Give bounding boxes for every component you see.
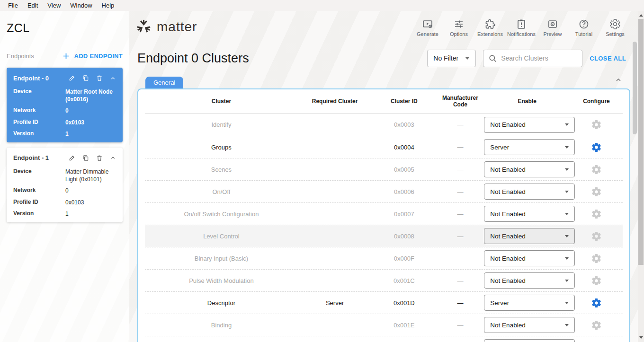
extensions-icon [484,18,496,30]
cluster-table-row: Binary Input (Basic) 0x000F — Not Enable… [145,247,623,269]
page-title: Endpoint 0 Clusters [137,51,249,66]
generate-button[interactable]: Generate [412,17,443,37]
gear-icon [591,275,602,286]
matter-brand: matter [135,18,197,35]
settings-button[interactable]: Settings [599,17,631,37]
delete-icon[interactable] [96,155,103,161]
filter-dropdown[interactable]: No Filter [427,50,476,67]
collapse-card-icon[interactable] [110,75,116,81]
chevron-down-icon [565,191,569,193]
notifications-button[interactable]: Notifications [506,17,537,37]
cluster-table-row: Scenes 0x0005 — Not Enabled [145,158,623,180]
content-scrollbar-thumb[interactable] [633,42,637,134]
enable-select[interactable]: Not Enabled [484,184,575,200]
window-scrollbar-thumb[interactable] [638,19,644,265]
chevron-down-icon [565,302,569,304]
scroll-up-arrow-icon[interactable] [639,14,643,17]
configure-button[interactable] [570,186,623,197]
notifications-icon [516,18,527,30]
edit-icon[interactable] [69,75,75,81]
gear-icon [591,298,602,308]
configure-button[interactable] [570,298,623,308]
configure-button[interactable] [570,119,623,130]
close-all-button[interactable]: CLOSE ALL [590,55,626,62]
endpoint-card-0[interactable]: Endpoint - 0 DeviceMatter Root Node (0x0… [7,68,123,142]
cluster-name: Groups [145,144,298,151]
column-header-cluster-id: Cluster ID [372,98,436,105]
gear-icon [591,164,602,175]
enable-select-value: Not Enabled [490,166,525,173]
plus-icon [62,52,70,60]
field-value: 0 [65,187,116,194]
enable-select[interactable]: Not Enabled [484,228,575,244]
enable-select[interactable]: Not Enabled [484,317,575,333]
configure-button[interactable] [570,209,623,219]
edit-icon[interactable] [69,155,75,161]
cluster-table-row: Level Control 0x0008 — Not Enabled [145,225,623,247]
endpoint-card-1[interactable]: Endpoint - 1 DeviceMatter Dimmable Light… [7,148,123,222]
cluster-id: 0x001E [372,322,436,329]
configure-button[interactable] [570,253,623,264]
configure-button[interactable] [570,320,623,331]
configure-button[interactable] [570,231,623,242]
field-label: Network [13,187,65,194]
enable-select[interactable]: Not Enabled [484,117,575,133]
menu-file[interactable]: File [4,1,22,10]
column-header-configure: Configure [570,98,623,105]
collapse-panel-icon[interactable] [615,76,622,84]
copy-icon[interactable] [82,155,89,161]
tutorial-button[interactable]: Tutorial [568,17,599,37]
toolbar-actions: Generate Options Extensions Notification… [412,17,631,37]
endpoints-label: Endpoints [7,53,34,60]
enable-select-value: Not Enabled [490,233,525,240]
cluster-name: Level Control [145,233,298,240]
menu-view[interactable]: View [43,1,65,10]
enable-select[interactable]: Not Enabled [484,250,575,266]
field-value: 1 [65,130,116,138]
configure-button[interactable] [570,142,623,153]
delete-icon[interactable] [96,75,103,81]
field-label: Device [13,168,65,183]
menu-help[interactable]: Help [98,1,119,10]
configure-button[interactable] [570,164,623,175]
field-value: 0x0103 [65,199,116,206]
enable-select[interactable]: Not Enabled [484,272,575,289]
gear-icon [591,186,602,197]
window-scrollbar[interactable] [638,11,644,342]
add-endpoint-button[interactable]: ADD ENDPOINT [62,52,123,60]
enable-select[interactable]: Not Enabled [484,161,575,177]
gear-icon [591,231,602,242]
column-header-manufacturer-code: Manufacturer Code [436,95,484,108]
preview-button[interactable]: Preview [537,17,568,37]
cluster-table-row: On/Off 0x0006 — Not Enabled [145,180,623,202]
extensions-button[interactable]: Extensions [474,17,506,37]
menu-window[interactable]: Window [66,1,96,10]
search-input[interactable] [501,54,577,62]
add-endpoint-label: ADD ENDPOINT [74,53,123,60]
table-header-row: Cluster Required Cluster Cluster ID Manu… [145,89,623,114]
cluster-table-row: Binding 0x001E — Not Enabled [145,314,623,336]
cluster-table-row: Groups 0x0004 — Server [145,136,623,158]
tab-general[interactable]: General [145,77,183,88]
manufacturer-code: — [436,188,484,195]
enable-select[interactable]: Not Enabled [484,206,575,222]
menu-edit[interactable]: Edit [23,1,42,10]
gear-icon [591,119,602,130]
copy-icon[interactable] [82,75,89,81]
column-header-enable: Enable [484,98,570,105]
enable-select[interactable]: Server [484,139,575,155]
options-button[interactable]: Options [443,17,474,37]
configure-button[interactable] [570,275,623,286]
enable-select[interactable] [484,339,575,342]
enable-select[interactable]: Server [484,295,575,311]
manufacturer-code: — [436,121,484,128]
app-title: ZCL [7,21,123,35]
scroll-down-arrow-icon[interactable] [639,336,643,339]
cluster-table-row: Pulse Width Modulation 0x001C — Not Enab… [145,269,623,291]
preview-icon [547,18,558,30]
chevron-down-icon [565,235,569,237]
app-window: File Edit View Window Help ZCL Endpoints… [0,0,644,342]
collapse-card-icon[interactable] [110,155,116,161]
manufacturer-code: — [436,233,484,240]
cluster-name: On/off Switch Configuration [145,210,298,218]
